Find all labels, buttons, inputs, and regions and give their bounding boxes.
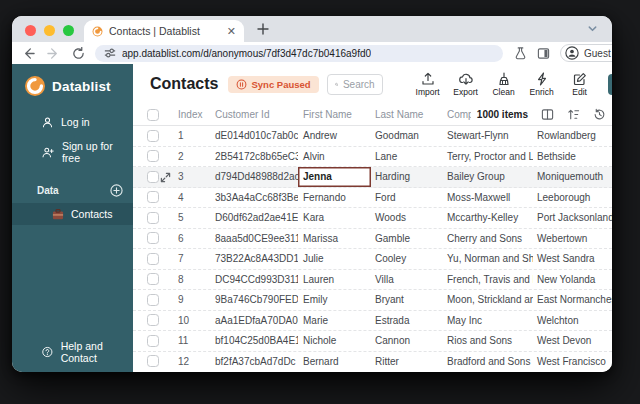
table-row[interactable]: 5 D60df62ad2ae41E Kara Woods Mccarthy-Ke… [133, 208, 612, 229]
cell-first-name[interactable]: Kara [298, 208, 371, 228]
zoom-window-button[interactable] [63, 25, 74, 36]
table-row[interactable]: 11 bf104C25d0BA4E1 Nichole Cannon Rios a… [133, 331, 612, 352]
brand[interactable]: Datablist [12, 64, 133, 110]
row-checkbox[interactable] [147, 335, 159, 347]
cell-last-name[interactable]: Woods [371, 208, 443, 228]
cell-city[interactable]: Port Jacksonland [533, 208, 612, 228]
cell-customer-id[interactable]: aAa1EDfaA70DA0c [213, 311, 298, 331]
cell-last-name[interactable]: Estrada [371, 311, 443, 331]
sidebar-item-contacts[interactable]: Contacts [12, 203, 133, 225]
cell-company[interactable]: May Inc [443, 311, 533, 331]
cell-last-name[interactable]: Lane [371, 147, 443, 167]
table-row[interactable]: 4 3b3Aa4aCc68f3Be Fernando Ford Moss-Max… [133, 188, 612, 209]
column-header-last-name[interactable]: Last Name [371, 109, 443, 120]
cell-first-name[interactable]: Nichole [298, 331, 371, 351]
cell-customer-id[interactable]: dE014d010c7ab0c [213, 126, 298, 146]
table-row[interactable]: 6 8aaa5d0CE9ee311 Marissa Gamble Cherry … [133, 229, 612, 250]
cell-last-name[interactable]: Goodman [371, 126, 443, 146]
cell-customer-id[interactable]: DC94CCd993D311b [213, 270, 298, 290]
table-row[interactable]: 12 bf2fA37cbAd7dDc Bernard Ritter Bradfo… [133, 352, 612, 371]
cell-company[interactable]: Bailey Group [443, 167, 533, 187]
close-window-button[interactable] [25, 25, 36, 36]
cell-last-name[interactable]: Villa [371, 270, 443, 290]
expand-icon[interactable] [163, 172, 171, 183]
help-link[interactable]: Help and Contact [12, 340, 133, 364]
cell-company[interactable]: Moon, Strickland and Combs [443, 290, 533, 310]
column-header-first-name[interactable]: First Name [298, 109, 371, 120]
row-checkbox[interactable] [147, 232, 159, 244]
row-checkbox[interactable] [147, 273, 159, 285]
cell-city[interactable]: West Francisco [533, 352, 612, 371]
cell-last-name[interactable]: Bryant [371, 290, 443, 310]
cell-company[interactable]: Mccarthy-Kelley [443, 208, 533, 228]
export-button[interactable]: Export [451, 72, 481, 97]
clean-button[interactable]: Clean [489, 72, 519, 97]
select-all-checkbox[interactable] [147, 109, 159, 121]
chevron-down-icon[interactable] [587, 23, 598, 34]
plus-circle-icon[interactable] [110, 184, 123, 197]
table-row[interactable]: 8 DC94CCd993D311b Lauren Villa French, T… [133, 270, 612, 291]
cell-company[interactable]: French, Travis and Hensley [443, 270, 533, 290]
cell-company[interactable]: Bradford and Sons [443, 352, 533, 371]
import-button[interactable]: Import [413, 72, 443, 97]
table-row[interactable]: 1 dE014d010c7ab0c Andrew Goodman Stewart… [133, 126, 612, 147]
table-row[interactable]: 9 9Ba746Cb790FED9 Emily Bryant Moon, Str… [133, 290, 612, 311]
cell-first-name[interactable]: Bernard [298, 352, 371, 371]
cell-last-name[interactable]: Harding [371, 167, 443, 187]
row-checkbox[interactable] [147, 191, 159, 203]
row-checkbox[interactable] [147, 253, 159, 265]
cell-first-name[interactable]: Julie [298, 249, 371, 269]
cell-customer-id[interactable]: 73B22Ac8A43DD1A [213, 249, 298, 269]
cell-first-name[interactable]: Marie [298, 311, 371, 331]
sort-icon[interactable] [567, 108, 580, 121]
cell-city[interactable]: New Yolanda [533, 270, 612, 290]
cell-customer-id[interactable]: bf104C25d0BA4E1 [213, 331, 298, 351]
history-icon[interactable] [593, 108, 606, 121]
tab-close-icon[interactable]: ✕ [227, 26, 236, 37]
panel-icon[interactable] [537, 47, 550, 60]
cell-first-name[interactable]: Emily [298, 290, 371, 310]
back-icon[interactable] [22, 47, 35, 60]
forward-icon[interactable] [47, 47, 60, 60]
cell-city[interactable]: West Devon [533, 331, 612, 351]
cell-last-name[interactable]: Ritter [371, 352, 443, 371]
columns-icon[interactable] [541, 108, 554, 121]
table-row[interactable]: 2 2B54172c8b65eC3 Alvin Lane Terry, Proc… [133, 147, 612, 168]
new-tab-icon[interactable] [256, 22, 270, 36]
enrich-button[interactable]: Enrich [527, 72, 557, 97]
cell-first-name[interactable]: Jenna [298, 167, 371, 187]
cell-customer-id[interactable]: 8aaa5d0CE9ee311 [213, 229, 298, 249]
cell-city[interactable]: Moniquemouth [533, 167, 612, 187]
row-checkbox[interactable] [147, 171, 159, 183]
new-button[interactable]: New + [608, 74, 612, 95]
table-row[interactable]: 3 d794Dd48988d2ac Jenna Harding Bailey G… [133, 167, 612, 188]
cell-last-name[interactable]: Gamble [371, 229, 443, 249]
browser-tab[interactable]: Contacts | Datablist ✕ [84, 20, 244, 42]
row-checkbox[interactable] [147, 130, 159, 142]
cell-customer-id[interactable]: d794Dd48988d2ac [213, 167, 298, 187]
cell-city[interactable]: Leeborough [533, 188, 612, 208]
row-checkbox[interactable] [147, 150, 159, 162]
cell-company[interactable]: Terry, Proctor and Lawrence [443, 147, 533, 167]
minimize-window-button[interactable] [44, 25, 55, 36]
table-row[interactable]: 10 aAa1EDfaA70DA0c Marie Estrada May Inc… [133, 311, 612, 332]
row-checkbox[interactable] [147, 314, 159, 326]
window-controls[interactable] [25, 25, 74, 36]
sync-status-badge[interactable]: Sync Paused [228, 76, 318, 93]
cell-last-name[interactable]: Cannon [371, 331, 443, 351]
cell-company[interactable]: Moss-Maxwell [443, 188, 533, 208]
cell-city[interactable]: Webertown [533, 229, 612, 249]
cell-company[interactable]: Stewart-Flynn [443, 126, 533, 146]
cell-city[interactable]: West Sandra [533, 249, 612, 269]
column-header-index[interactable]: Index [163, 109, 213, 120]
cell-city[interactable]: Welchton [533, 311, 612, 331]
address-input[interactable]: app.datablist.com/d/anonymous/7df3d47dc7… [95, 45, 503, 62]
row-checkbox[interactable] [147, 212, 159, 224]
signup-link[interactable]: Sign up for free [12, 134, 133, 170]
cell-company[interactable]: Rios and Sons [443, 331, 533, 351]
site-settings-icon[interactable] [104, 47, 116, 59]
cell-customer-id[interactable]: D60df62ad2ae41E [213, 208, 298, 228]
cell-customer-id[interactable]: 2B54172c8b65eC3 [213, 147, 298, 167]
cell-customer-id[interactable]: 9Ba746Cb790FED9 [213, 290, 298, 310]
cell-first-name[interactable]: Lauren [298, 270, 371, 290]
